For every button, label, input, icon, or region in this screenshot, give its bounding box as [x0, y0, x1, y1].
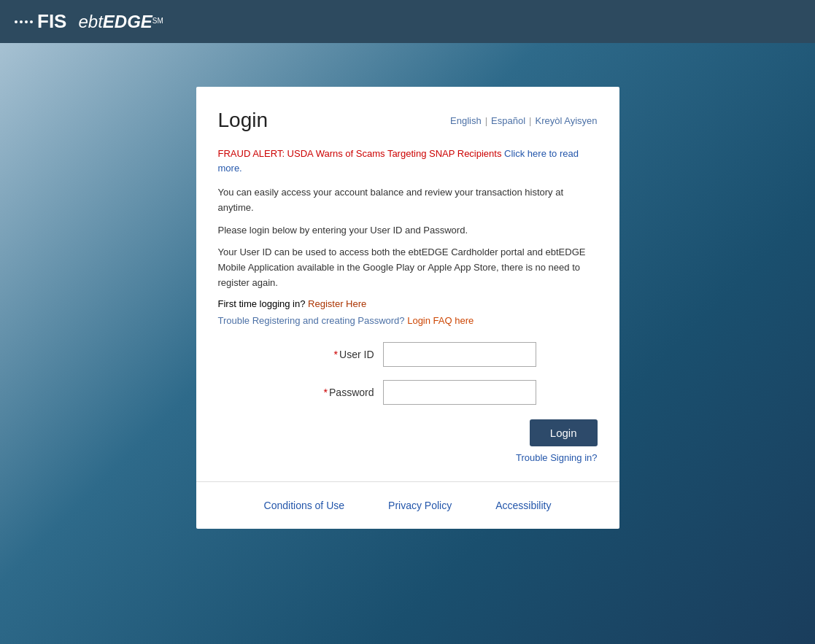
trouble-register-label: Trouble Registering and creating Passwor…	[218, 315, 405, 326]
login-form-area: Login English | Español | Kreyòl Ayisyen…	[196, 87, 619, 482]
fis-text: FIS	[37, 10, 66, 33]
conditions-link[interactable]: Conditions of Use	[264, 500, 345, 511]
lang-sep-1: |	[485, 115, 487, 126]
first-time-label: First time logging in?	[218, 298, 306, 309]
userid-input[interactable]	[383, 342, 536, 367]
espanol-link[interactable]: Español	[491, 115, 525, 126]
ebt-text: ebt	[78, 12, 102, 31]
sm-text: SM	[152, 17, 163, 25]
trouble-signin-link[interactable]: Trouble Signing in?	[516, 452, 598, 463]
logo-dot	[30, 20, 33, 23]
userid-required-star: *	[334, 349, 338, 360]
button-row: Login	[218, 419, 598, 446]
userid-row: *User ID	[218, 342, 598, 367]
logo-dot	[25, 20, 28, 23]
language-switcher: English | Español | Kreyòl Ayisyen	[450, 115, 597, 126]
password-input[interactable]	[383, 380, 536, 405]
edge-text: EDGE	[103, 12, 152, 31]
fis-logo: FIS	[15, 10, 66, 33]
login-card: Login English | Español | Kreyòl Ayisyen…	[196, 87, 619, 529]
info-text-3: Your User ID can be used to access both …	[218, 245, 598, 290]
login-header: Login English | Español | Kreyòl Ayisyen	[218, 109, 598, 132]
info-text-1: You can easily access your account balan…	[218, 185, 598, 216]
trouble-signin-row: Trouble Signing in?	[218, 452, 598, 463]
logo-area: FIS ebtEDGESM	[15, 10, 163, 33]
password-label: *Password	[279, 387, 374, 398]
lang-sep-2: |	[529, 115, 531, 126]
userid-label-text: User ID	[339, 349, 374, 360]
fraud-alert: FRAUD ALERT: USDA Warns of Scams Targeti…	[218, 147, 598, 175]
accessibility-link[interactable]: Accessibility	[495, 500, 551, 511]
fraud-alert-text: FRAUD ALERT: USDA Warns of Scams Targeti…	[218, 148, 502, 159]
header: FIS ebtEDGESM	[0, 0, 815, 43]
privacy-link[interactable]: Privacy Policy	[388, 500, 452, 511]
password-required-star: *	[324, 387, 328, 398]
page-title: Login	[218, 109, 269, 132]
password-row: *Password	[218, 380, 598, 405]
login-button[interactable]: Login	[530, 419, 598, 446]
logo-dot	[20, 20, 23, 23]
main-content: Login English | Español | Kreyòl Ayisyen…	[0, 43, 815, 644]
password-label-text: Password	[329, 387, 374, 398]
english-link[interactable]: English	[450, 115, 482, 126]
kreyol-link[interactable]: Kreyòl Ayisyen	[535, 115, 597, 126]
footer-links: Conditions of Use Privacy Policy Accessi…	[196, 482, 619, 529]
faq-link[interactable]: Login FAQ here	[407, 315, 474, 326]
logo-dots	[15, 20, 33, 23]
first-time-text: First time logging in? Register Here	[218, 298, 598, 309]
info-text-2: Please login below by entering your User…	[218, 223, 598, 238]
register-here-link[interactable]: Register Here	[308, 298, 366, 309]
userid-label: *User ID	[279, 349, 374, 360]
logo-dot	[15, 20, 18, 23]
trouble-register-text: Trouble Registering and creating Passwor…	[218, 315, 598, 326]
